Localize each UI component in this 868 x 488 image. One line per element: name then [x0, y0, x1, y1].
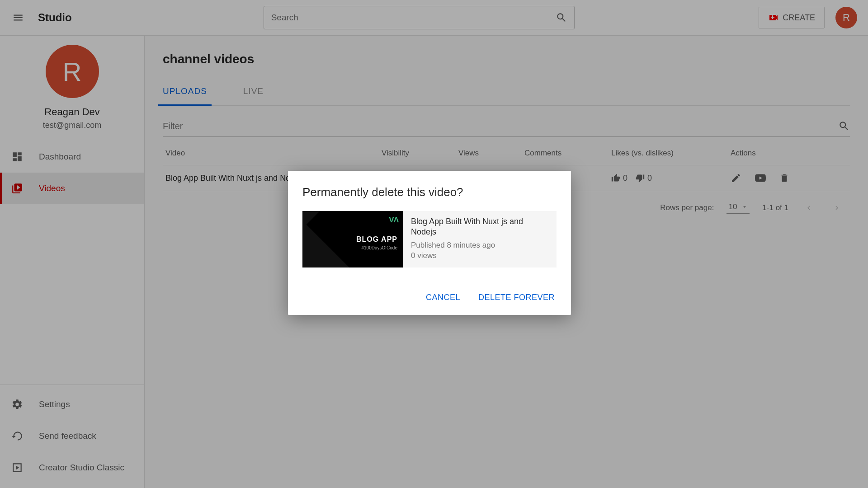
dialog-video-views: 0 views — [411, 251, 548, 261]
thumb-title: BLOG APP — [356, 235, 397, 244]
dialog-video-title: Blog App Built With Nuxt js and Nodejs — [411, 216, 548, 238]
thumb-subtitle: #100DaysOfCode — [362, 245, 398, 250]
delete-dialog: Permanently delete this video? VΛ BLOG A… — [288, 171, 571, 315]
video-thumbnail: VΛ BLOG APP #100DaysOfCode — [302, 211, 403, 267]
dialog-video-card: VΛ BLOG APP #100DaysOfCode Blog App Buil… — [302, 211, 557, 267]
dialog-title: Permanently delete this video? — [302, 185, 557, 199]
thumb-brand: VΛ — [389, 216, 398, 225]
delete-forever-button[interactable]: DELETE FOREVER — [476, 290, 557, 305]
dialog-video-published: Published 8 minutes ago — [411, 240, 548, 251]
cancel-button[interactable]: CANCEL — [424, 290, 462, 305]
